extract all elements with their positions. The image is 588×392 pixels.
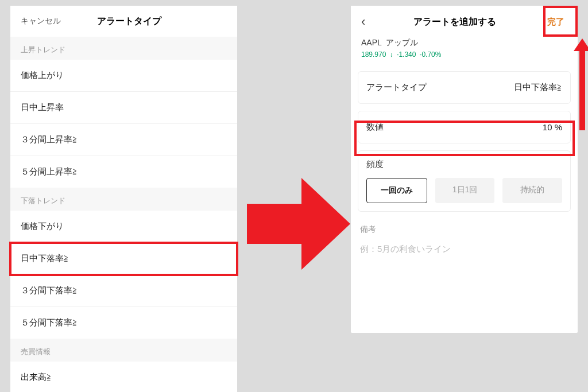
done-button[interactable]: 完了 [544, 13, 567, 31]
section-label-down: 下落トレンド [10, 188, 237, 211]
arrow-right-icon [247, 178, 350, 272]
svg-marker-1 [574, 38, 588, 51]
ticker-symbol: AAPL [361, 38, 381, 47]
row-value: 日中下落率≧ [514, 82, 562, 93]
ticker-price: 189.970 [361, 51, 386, 59]
list-item-highlighted[interactable]: 日中下落率≧ [10, 243, 237, 275]
memo-input[interactable]: 例：5月の利食いライン [358, 242, 571, 266]
down-arrow-icon: ↓ [389, 51, 393, 59]
list-item[interactable]: 日中上昇率 [10, 92, 237, 124]
value-row[interactable]: 数値 10 % [358, 111, 571, 143]
memo-label: 備考 [360, 224, 568, 235]
ticker-header: AAPL アップル 189.970 ↓ -1.340 -0.70% [351, 38, 578, 64]
frequency-card: 頻度 一回のみ 1日1回 持続的 [358, 150, 571, 212]
ticker-change: -1.340 [396, 51, 416, 59]
list-item[interactable]: ５分間下落率≧ [10, 307, 237, 339]
header: キャンセル アラートタイプ [10, 6, 237, 37]
row-label: アラートタイプ [366, 82, 427, 93]
page-title: アラートタイプ [97, 15, 161, 28]
back-icon[interactable]: ‹ [361, 14, 365, 29]
list-item[interactable]: ３分間下落率≧ [10, 275, 237, 307]
frequency-label: 頻度 [366, 159, 562, 170]
add-alert-screen: ‹ アラートを追加する 完了 AAPL アップル 189.970 ↓ -1.34… [351, 6, 578, 333]
row-label: 数値 [366, 122, 384, 133]
alert-type-row[interactable]: アラートタイプ 日中下落率≧ [358, 71, 571, 104]
freq-option-cont[interactable]: 持続的 [502, 178, 562, 203]
freq-option-once[interactable]: 一回のみ [366, 178, 427, 203]
section-label-trade: 売買情報 [10, 339, 237, 362]
freq-option-daily[interactable]: 1日1回 [435, 178, 495, 203]
list-item[interactable]: 出来高≧ [10, 362, 237, 392]
ticker-pct: -0.70% [419, 51, 441, 59]
header: ‹ アラートを追加する 完了 [351, 6, 578, 38]
list-item[interactable]: 価格上がり [10, 60, 237, 92]
svg-marker-2 [247, 178, 350, 270]
cancel-button[interactable]: キャンセル [21, 16, 61, 26]
section-label-up: 上昇トレンド [10, 37, 237, 60]
list-item[interactable]: ３分間上昇率≧ [10, 124, 237, 156]
page-title: アラートを追加する [413, 16, 496, 28]
list-item[interactable]: 価格下がり [10, 211, 237, 243]
alert-type-screen: キャンセル アラートタイプ 上昇トレンド 価格上がり 日中上昇率 ３分間上昇率≧… [10, 6, 237, 385]
ticker-name: アップル [386, 38, 418, 47]
row-value: 10 % [543, 122, 562, 132]
list-item[interactable]: ５分間上昇率≧ [10, 156, 237, 188]
